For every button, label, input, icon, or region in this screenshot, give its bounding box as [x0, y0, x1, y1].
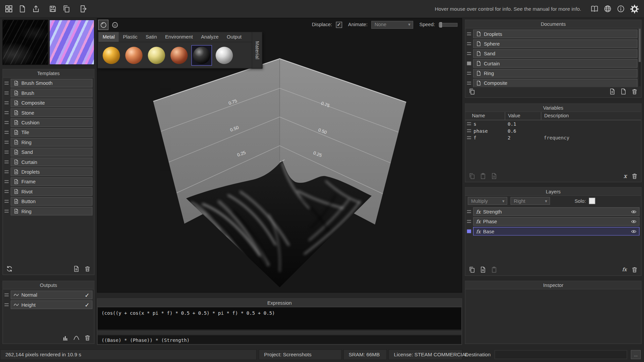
drag-handle-icon[interactable] — [467, 122, 471, 126]
save-template-button[interactable] — [73, 265, 80, 272]
material-tab[interactable]: Environment — [161, 32, 197, 42]
manual-button[interactable] — [591, 5, 598, 13]
drag-handle-icon[interactable] — [467, 210, 471, 214]
drag-handle-icon[interactable] — [4, 170, 8, 174]
height-preview-thumbnail[interactable] — [2, 20, 48, 65]
layer-list-item[interactable]: fx Base — [467, 227, 639, 236]
delete-document-button[interactable] — [631, 88, 638, 95]
duplicate-layer-button[interactable] — [480, 266, 486, 273]
paste-variable-button[interactable] — [480, 173, 486, 180]
drag-handle-icon[interactable] — [4, 81, 8, 85]
drag-handle-icon[interactable] — [4, 140, 8, 144]
material-tab[interactable]: Output — [223, 32, 246, 42]
upload-button[interactable] — [32, 5, 40, 13]
drag-handle-icon[interactable] — [4, 199, 8, 203]
drag-handle-icon[interactable] — [4, 91, 8, 95]
drag-handle-icon[interactable] — [467, 136, 471, 139]
save-button[interactable] — [49, 5, 57, 13]
new-document-button[interactable] — [620, 88, 627, 95]
drag-handle-icon[interactable] — [4, 303, 8, 307]
visibility-eye-icon[interactable] — [631, 228, 637, 234]
document-list-item[interactable]: Sand — [467, 49, 637, 58]
settings-button[interactable] — [630, 4, 639, 13]
drag-handle-icon[interactable] — [467, 52, 471, 55]
output-list-item[interactable]: Height ✓ — [4, 300, 92, 309]
template-list-item[interactable]: Frame — [4, 177, 92, 186]
material-swatch[interactable] — [124, 45, 144, 65]
preview-3d-viewport[interactable]: 0.75 0.50 0.25 0.75 0.50 0.25 — [97, 18, 462, 293]
new-document-button[interactable] — [18, 5, 26, 13]
displace-checkbox[interactable]: ✓ — [336, 21, 342, 27]
material-swatch[interactable] — [101, 45, 121, 65]
template-list-item[interactable]: Ring — [4, 207, 92, 216]
copy-variable-button[interactable] — [469, 173, 475, 180]
variable-row[interactable]: s 0.1 — [465, 120, 641, 127]
drag-handle-icon[interactable] — [467, 129, 471, 132]
material-swatch[interactable] — [214, 45, 234, 65]
duplicate-document-button[interactable] — [469, 88, 475, 95]
delete-output-button[interactable] — [84, 335, 91, 341]
material-swatch[interactable] — [192, 45, 212, 65]
destination-browse-button[interactable]: ... — [631, 350, 641, 359]
drag-handle-icon[interactable] — [4, 121, 8, 124]
duplicate-variable-button[interactable] — [491, 173, 497, 180]
material-tab[interactable]: Plastic — [119, 32, 142, 42]
template-list-item[interactable]: Button — [4, 197, 92, 206]
material-tab[interactable]: Satin — [142, 32, 161, 42]
add-variable-button[interactable]: x — [624, 173, 627, 180]
layer-list-item[interactable]: fx Phase — [467, 217, 639, 226]
expression-splitter[interactable] — [98, 330, 461, 334]
speed-slider[interactable] — [439, 23, 458, 27]
visibility-eye-icon[interactable] — [631, 209, 637, 215]
drag-handle-icon[interactable] — [4, 150, 8, 154]
histogram-output-button[interactable] — [62, 335, 69, 341]
edit-expression-button[interactable]: fx — [622, 267, 627, 273]
template-list-item[interactable]: Stone — [4, 108, 92, 117]
normal-map-preview-thumbnail[interactable] — [49, 20, 94, 65]
drag-handle-icon[interactable] — [4, 160, 8, 164]
scrollbar-thumb[interactable] — [639, 29, 641, 62]
drag-handle-icon[interactable] — [467, 81, 471, 85]
drag-handle-icon[interactable] — [467, 32, 471, 36]
drag-handle-icon[interactable] — [4, 111, 8, 115]
drag-handle-icon[interactable] — [4, 130, 8, 134]
website-button[interactable] — [604, 5, 611, 13]
material-swatch[interactable] — [147, 45, 166, 65]
duplicate-button[interactable] — [62, 5, 70, 13]
matcap-preview-toggle[interactable] — [110, 20, 120, 30]
layer-list-item[interactable]: fx Strength — [467, 207, 639, 216]
copy-layer-button[interactable] — [469, 266, 475, 273]
drag-handle-icon[interactable] — [467, 42, 471, 46]
enabled-check-icon[interactable]: ✓ — [85, 292, 90, 298]
drag-handle-icon[interactable] — [467, 71, 471, 75]
variable-row[interactable]: phase 0.6 — [465, 127, 641, 134]
drag-handle-icon[interactable] — [4, 101, 8, 105]
document-list-item[interactable]: Droplets — [467, 29, 637, 38]
paste-layer-button[interactable] — [491, 266, 497, 273]
blend-mode-select[interactable]: Multiply ▼ — [468, 197, 507, 205]
solo-checkbox[interactable] — [589, 198, 595, 204]
visibility-eye-icon[interactable] — [631, 219, 637, 224]
document-list-item[interactable]: Curtain — [467, 59, 637, 68]
template-list-item[interactable]: Droplets — [4, 168, 92, 176]
direction-select[interactable]: Right ▼ — [511, 197, 550, 205]
template-list-item[interactable]: Rivot — [4, 187, 92, 196]
material-tab[interactable]: Metal — [99, 32, 119, 42]
template-list-item[interactable]: Ring — [4, 138, 92, 146]
sphere-preview-toggle[interactable] — [98, 20, 109, 30]
material-side-tab[interactable]: Material — [252, 32, 262, 68]
drag-handle-icon[interactable] — [467, 229, 471, 233]
layout-grid-button[interactable] — [5, 5, 13, 13]
document-list-item[interactable]: Composite — [467, 79, 637, 87]
drag-handle-icon[interactable] — [467, 62, 471, 65]
template-list-item[interactable]: Brush — [4, 88, 92, 97]
expression-editor[interactable]: (cos((y + cos(x * pi * f) * 0.5 + 0.5) *… — [98, 307, 461, 329]
animate-select[interactable]: None ▼ — [371, 21, 413, 28]
export-button[interactable] — [79, 5, 87, 13]
save-document-button[interactable] — [609, 88, 616, 95]
document-list-item[interactable]: Ring — [467, 69, 637, 78]
drag-handle-icon[interactable] — [467, 220, 471, 223]
drag-handle-icon[interactable] — [4, 293, 8, 297]
delete-template-button[interactable] — [84, 265, 91, 272]
material-tab[interactable]: Analyze — [197, 32, 223, 42]
